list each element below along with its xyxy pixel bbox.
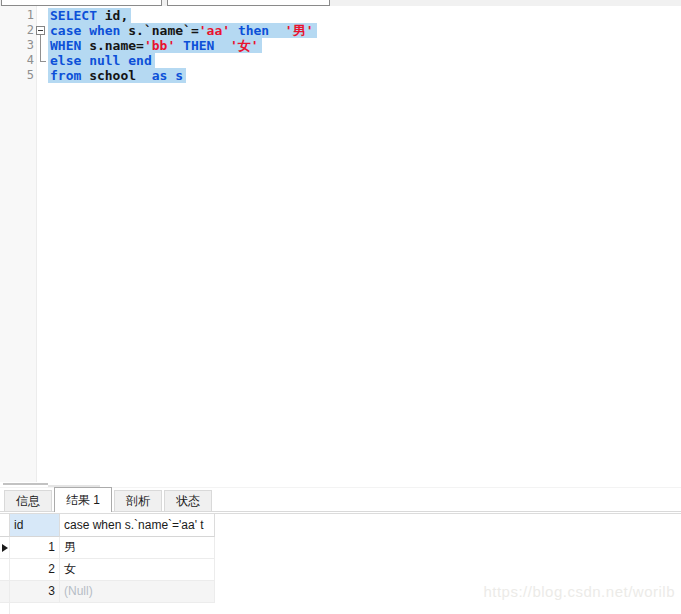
line-number: 2 — [0, 23, 34, 38]
sql-token: 'aa' — [199, 23, 230, 38]
sql-token: else — [50, 53, 81, 68]
row-marker-cell[interactable] — [0, 537, 10, 559]
table-row: 1男 — [0, 537, 215, 559]
sql-token: s.name= — [81, 38, 144, 53]
column-header-id[interactable]: id — [10, 514, 60, 537]
cell-value[interactable]: 女 — [60, 559, 215, 581]
tab-info[interactable]: 信息 — [4, 490, 52, 511]
code-text[interactable]: case when s.`name`='aa' then '男' — [48, 23, 317, 38]
sql-token: from — [50, 68, 81, 83]
code-line[interactable]: 4else null end — [0, 53, 681, 68]
sql-token — [81, 23, 89, 38]
sql-token: s — [175, 68, 183, 83]
sql-token: '男' — [285, 23, 314, 38]
sql-token: then — [238, 23, 269, 38]
sql-token — [175, 38, 183, 53]
result-tabbar: 信息结果 1剖析状态 — [0, 488, 681, 512]
sql-token: THEN — [183, 38, 214, 53]
sql-token: end — [128, 53, 151, 68]
watermark-text: https://blog.csdn.net/worilb — [483, 583, 675, 600]
code-text[interactable]: SELECT id, — [48, 8, 131, 23]
code-line[interactable]: 5from school as s — [0, 68, 681, 83]
code-text[interactable]: from school as s — [48, 68, 186, 83]
table-row: 3(Null) — [0, 581, 215, 603]
sql-token — [230, 23, 238, 38]
sql-token: s.`name`= — [120, 23, 198, 38]
cell-id[interactable]: 3 — [10, 581, 60, 603]
tab-result-1[interactable]: 结果 1 — [54, 487, 112, 512]
sql-token: null — [89, 53, 120, 68]
sql-token: id, — [97, 8, 128, 23]
line-number: 5 — [0, 68, 34, 83]
sql-token: WHEN — [50, 38, 81, 53]
table-row: 2女 — [0, 559, 215, 581]
sql-token: 'bb' — [144, 38, 175, 53]
code-text[interactable]: else null end — [48, 53, 155, 68]
current-row-arrow-icon — [2, 544, 8, 552]
cell-id[interactable]: 2 — [10, 559, 60, 581]
code-text[interactable]: WHEN s.name='bb' THEN '女' — [48, 38, 262, 53]
fold-line — [40, 38, 41, 53]
line-number: 3 — [0, 38, 34, 53]
sql-token: as — [152, 68, 168, 83]
grid-rows: 1男2女3(Null) — [0, 537, 215, 603]
fold-margin — [34, 8, 47, 23]
fold-line-corner — [40, 61, 46, 62]
fold-line — [40, 53, 41, 61]
grid-corner-cell[interactable] — [0, 514, 10, 537]
sql-token: '女' — [230, 38, 259, 53]
fold-margin — [34, 68, 47, 83]
tab-status[interactable]: 状态 — [164, 490, 212, 511]
sql-token: case — [50, 23, 81, 38]
column-header-expression[interactable]: case when s.`name`='aa' t — [60, 514, 215, 537]
sql-token: school — [81, 68, 151, 83]
grid-marker-filler — [0, 603, 10, 614]
cell-value[interactable]: (Null) — [60, 581, 215, 603]
fold-margin — [34, 38, 47, 53]
tab-profile[interactable]: 剖析 — [114, 490, 162, 511]
sql-token: SELECT — [50, 8, 97, 23]
fold-margin — [34, 53, 47, 68]
sql-token — [269, 23, 285, 38]
fold-box-icon — [36, 26, 45, 35]
sql-token — [214, 38, 230, 53]
line-number: 4 — [0, 53, 34, 68]
sql-editor-window: 1SELECT id,2case when s.`name`='aa' then… — [0, 0, 681, 614]
sql-token: when — [89, 23, 120, 38]
cell-id[interactable]: 1 — [10, 537, 60, 559]
row-marker-cell[interactable] — [0, 559, 10, 581]
editor-hscrollbar-thumb[interactable] — [3, 483, 48, 485]
line-number: 1 — [0, 8, 34, 23]
grid-header-row: id case when s.`name`='aa' t — [0, 514, 215, 537]
code-line[interactable]: 3WHEN s.name='bb' THEN '女' — [0, 38, 681, 53]
sql-editor[interactable]: 1SELECT id,2case when s.`name`='aa' then… — [0, 6, 681, 482]
code-line[interactable]: 1SELECT id, — [0, 8, 681, 23]
sql-token — [81, 53, 89, 68]
cell-value[interactable]: 男 — [60, 537, 215, 559]
code-line[interactable]: 2case when s.`name`='aa' then '男' — [0, 23, 681, 38]
fold-collapse-icon[interactable] — [34, 23, 47, 38]
editor-lines: 1SELECT id,2case when s.`name`='aa' then… — [0, 8, 681, 83]
row-marker-cell[interactable] — [0, 581, 10, 603]
